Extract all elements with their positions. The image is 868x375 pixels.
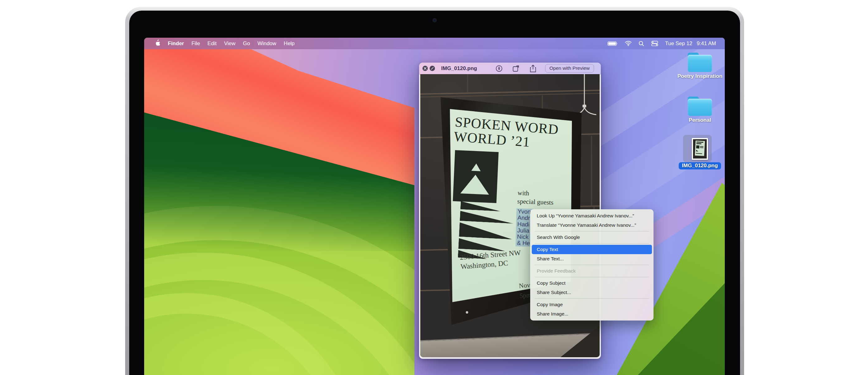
window-title: IMG_0120.png xyxy=(441,65,477,71)
desktop-icon-poetry-inspiration[interactable]: Poetry Inspiration xyxy=(677,53,723,79)
menu-item-file[interactable]: File xyxy=(188,40,204,47)
menu-bar-date: Tue Sep 12 xyxy=(665,40,692,47)
context-menu-item-share-image[interactable]: Share Image... xyxy=(530,309,653,319)
close-icon xyxy=(424,67,427,70)
menu-item-view[interactable]: View xyxy=(220,40,240,47)
menu-item-go[interactable]: Go xyxy=(239,40,254,47)
menu-item-window[interactable]: Window xyxy=(254,40,280,47)
open-with-preview-button[interactable]: Open with Preview xyxy=(545,64,594,73)
context-menu-item-copy-text[interactable]: Copy Text xyxy=(532,245,652,254)
menu-bar-time: 9:41 AM xyxy=(697,40,716,47)
macbook-frame: Finder File Edit View Go Window Help xyxy=(125,7,744,375)
menu-bar: Finder File Edit View Go Window Help xyxy=(144,38,725,49)
desktop-icon-personal[interactable]: Personal xyxy=(677,96,723,123)
context-menu-item-copy-subject[interactable]: Copy Subject xyxy=(530,279,653,288)
menu-separator xyxy=(534,298,649,299)
control-center-icon[interactable] xyxy=(648,41,662,46)
context-menu-item-share-subject[interactable]: Share Subject... xyxy=(530,288,653,297)
rotate-button[interactable] xyxy=(512,65,520,72)
image-file-icon xyxy=(692,138,708,160)
fullscreen-button[interactable] xyxy=(430,66,435,71)
quicklook-titlebar[interactable]: IMG_0120.png xyxy=(419,63,601,75)
share-icon xyxy=(530,64,536,73)
menu-item-edit[interactable]: Edit xyxy=(204,40,220,47)
folder-icon xyxy=(688,53,712,72)
menu-separator xyxy=(534,265,649,265)
apple-menu[interactable] xyxy=(155,39,164,47)
context-menu-item-share-text[interactable]: Share Text... xyxy=(530,254,653,263)
context-menu-item-translate[interactable]: Translate “Yvonne Yamasaki Andrew Ivanov… xyxy=(530,221,653,230)
menu-separator xyxy=(534,277,649,277)
desktop-icon-img-0120[interactable]: IMG_0120.png xyxy=(677,138,723,169)
close-button[interactable] xyxy=(423,66,428,71)
diagonal-slash-icon xyxy=(431,67,434,70)
context-menu-item-search-with-google[interactable]: Search With Google xyxy=(530,233,653,242)
context-menu-item-provide-feedback: Provide Feedback xyxy=(530,266,653,276)
desktop-icon-label: Poetry Inspiration xyxy=(677,74,723,79)
folder-icon xyxy=(688,96,712,116)
rotate-icon xyxy=(512,65,520,72)
menu-separator xyxy=(534,243,649,243)
menu-item-finder[interactable]: Finder xyxy=(164,40,188,47)
desktop-icon-label: Personal xyxy=(677,117,723,123)
menu-bar-clock[interactable]: Tue Sep 12 9:41 AM xyxy=(662,40,716,47)
menu-separator xyxy=(534,231,649,231)
apple-logo-icon xyxy=(155,39,160,46)
share-button[interactable] xyxy=(530,64,536,73)
mortar-joint xyxy=(591,136,592,207)
frame-screw xyxy=(466,311,468,314)
context-menu: Look Up “Yvonne Yamasaki Andrew Ivanov..… xyxy=(530,209,653,320)
battery-icon[interactable] xyxy=(604,41,621,46)
webcam-icon xyxy=(432,18,437,22)
menu-item-help[interactable]: Help xyxy=(280,40,298,47)
markup-button[interactable] xyxy=(495,65,503,72)
pen-circle-icon xyxy=(495,65,503,72)
poster-logo xyxy=(453,150,498,203)
desktop-icon-label: IMG_0120.png xyxy=(677,162,723,169)
desktop-screen: Finder File Edit View Go Window Help xyxy=(144,38,725,375)
selected-filename-pill: IMG_0120.png xyxy=(679,162,721,169)
spotlight-search-icon[interactable] xyxy=(635,41,648,47)
wifi-icon[interactable] xyxy=(621,41,635,46)
context-menu-item-copy-image[interactable]: Copy Image xyxy=(530,300,653,309)
poster-guests-label: with special guests xyxy=(517,189,554,207)
context-menu-item-look-up[interactable]: Look Up “Yvonne Yamasaki Andrew Ivanov..… xyxy=(530,211,653,221)
